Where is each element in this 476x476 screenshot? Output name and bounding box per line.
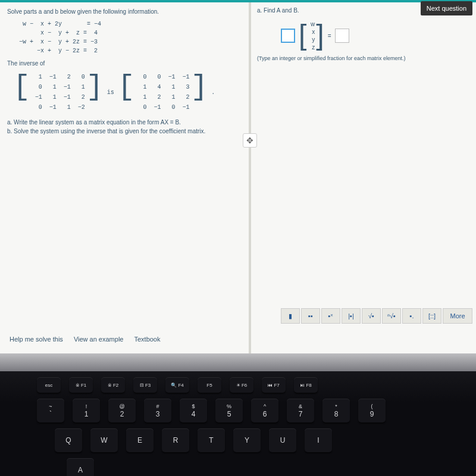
inverse-label: The inverse of <box>7 59 242 68</box>
key-w: W <box>90 428 118 452</box>
system-equations: w − x + 2y = −4 x − y + z = 4 −w + x − y… <box>19 20 242 55</box>
laptop-hinge <box>0 353 476 371</box>
tool-fraction[interactable]: ▮ <box>281 308 300 324</box>
key-f8: ⏯ F8 <box>294 377 318 393</box>
math-toolbar: ▮ ▪▪ ▪ˣ |▪| √▪ ⁿ√▪ ▪. [::] More <box>281 308 472 324</box>
type-hint: (Type an integer or simplified fraction … <box>257 55 470 61</box>
question-a: a. Write the linear system as a matrix e… <box>7 118 242 127</box>
example-link[interactable]: View an example <box>74 336 124 343</box>
tool-mixed[interactable]: ▪▪ <box>301 308 320 324</box>
key-i: I <box>305 428 332 452</box>
textbook-link[interactable]: Textbook <box>134 336 160 343</box>
key-9: (9 <box>358 399 386 422</box>
tool-sub[interactable]: ▪. <box>402 308 421 324</box>
key-f6: ☀ F6 <box>230 377 253 393</box>
key-3: #3 <box>144 399 171 422</box>
matrix-b: 00−1−1 1413 1212 0−10−1 <box>134 71 190 113</box>
equals-sign: = <box>328 33 331 39</box>
tool-abs[interactable]: |▪| <box>342 308 361 324</box>
key-7: &7 <box>287 399 314 422</box>
key-r: R <box>162 428 189 452</box>
next-question-button[interactable]: Next question <box>421 1 472 15</box>
key-u: U <box>269 428 296 452</box>
matrix-a: 1−120 01−11 −11−12 0−11−2 <box>30 71 86 113</box>
variable-vector: w x y z <box>306 20 316 52</box>
key-t: T <box>198 428 225 452</box>
key-esc: esc <box>37 377 61 393</box>
question-b: b. Solve the system using the inverse th… <box>7 127 242 136</box>
laptop-keyboard: esc ※ F1 ※ F2 ⊟ F3 🔍 F4 F5 ☀ F6 ⏮ F7 ⏯ F… <box>0 353 476 476</box>
key-5: %5 <box>215 399 243 422</box>
key-8: *8 <box>322 399 350 422</box>
key-2: @2 <box>108 399 136 422</box>
key-1: !1 <box>73 399 100 422</box>
key-f3: ⊟ F3 <box>133 377 157 393</box>
right-panel: Next question a. Find A and B. [ w x y z… <box>251 2 476 353</box>
tool-nroot[interactable]: ⁿ√▪ <box>382 308 401 324</box>
left-panel: Solve parts a and b below given the foll… <box>0 2 249 353</box>
key-a: A <box>67 458 94 476</box>
key-f4: 🔍 F4 <box>165 377 189 393</box>
key-q: Q <box>55 428 82 452</box>
matrix-input-a[interactable] <box>281 29 295 43</box>
matrix-input-b[interactable] <box>335 29 349 43</box>
intro-text: Solve parts a and b below given the foll… <box>7 7 242 16</box>
footer-links: Help me solve this View an example Textb… <box>10 336 160 343</box>
tool-matrix[interactable]: [::] <box>422 308 441 324</box>
tool-sqrt[interactable]: √▪ <box>362 308 381 324</box>
is-label: is <box>107 88 114 97</box>
key-f5: F5 <box>198 377 221 393</box>
key-f1: ※ F1 <box>69 377 93 393</box>
key-y: Y <box>233 428 261 452</box>
key-6: ^6 <box>251 399 278 422</box>
tool-more[interactable]: More <box>443 308 472 324</box>
key-4: $4 <box>180 399 207 422</box>
tool-exponent[interactable]: ▪ˣ <box>321 308 340 324</box>
key-f2: ※ F2 <box>101 377 125 393</box>
key-e: E <box>126 428 154 452</box>
help-link[interactable]: Help me solve this <box>10 336 63 343</box>
matrix-inverse-block: [ 1−120 01−11 −11−12 0−11−2 ] is [ 00−1−… <box>13 71 242 113</box>
key-f7: ⏮ F7 <box>262 377 286 393</box>
key-tilde: ~` <box>37 399 64 422</box>
matrix-equation: [ w x y z ] = <box>281 20 470 52</box>
